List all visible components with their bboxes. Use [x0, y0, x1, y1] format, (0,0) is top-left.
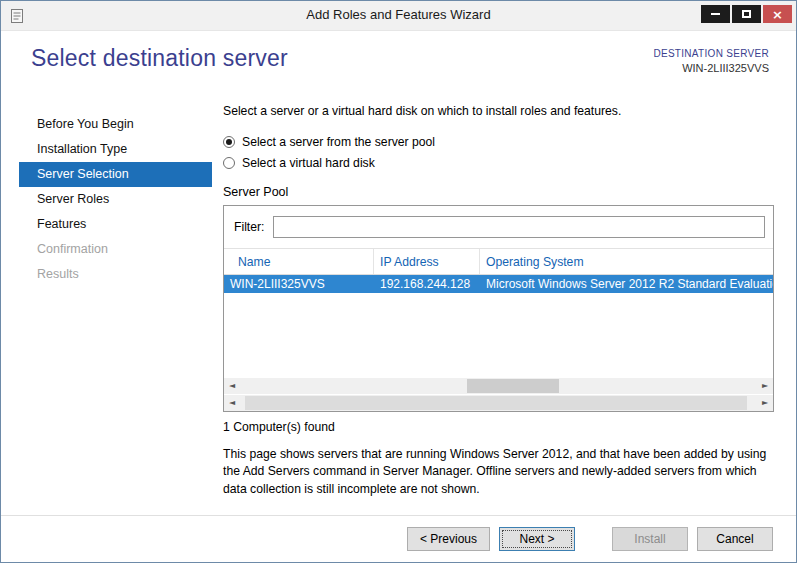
scrollbar-thumb[interactable]	[245, 396, 746, 410]
install-button: Install	[612, 527, 688, 551]
server-list-horizontal-scrollbar[interactable]: ◄ ►	[224, 378, 773, 394]
wizard-footer: < Previous Next > Install Cancel	[1, 515, 796, 562]
page-content: Select a server or a virtual hard disk o…	[223, 104, 774, 510]
filter-label: Filter:	[234, 220, 264, 234]
server-pool-heading: Server Pool	[223, 185, 774, 199]
scrollbar-track[interactable]	[240, 395, 757, 411]
page-title: Select destination server	[31, 45, 288, 72]
window-title: Add Roles and Features Wizard	[1, 1, 796, 31]
sidebar-item-server-selection[interactable]: Server Selection	[19, 162, 212, 187]
title-bar: Add Roles and Features Wizard ×	[1, 1, 796, 31]
scroll-right-icon[interactable]: ►	[757, 378, 773, 394]
scroll-right-icon[interactable]: ►	[757, 395, 773, 411]
filter-input[interactable]	[273, 216, 765, 238]
scrollbar-thumb[interactable]	[467, 379, 559, 393]
radio-label: Select a virtual hard disk	[242, 156, 375, 170]
minimize-button[interactable]	[701, 5, 730, 23]
filter-row: Filter:	[224, 206, 773, 249]
intro-text: Select a server or a virtual hard disk o…	[223, 104, 774, 118]
sidebar-item-before-you-begin[interactable]: Before You Begin	[19, 112, 212, 137]
column-header-operating-system[interactable]: Operating System	[480, 249, 773, 274]
scroll-left-icon[interactable]: ◄	[224, 378, 240, 394]
destination-server-label: DESTINATION SERVER	[653, 48, 769, 59]
maximize-icon	[742, 10, 751, 18]
next-button[interactable]: Next >	[499, 527, 575, 551]
close-button[interactable]: ×	[763, 5, 792, 23]
wizard-window: Add Roles and Features Wizard × Select d…	[0, 0, 797, 563]
window-controls: ×	[701, 5, 792, 23]
server-ip-cell: 192.168.244.128	[374, 277, 480, 291]
sidebar-item-confirmation: Confirmation	[19, 237, 212, 262]
server-row[interactable]: WIN-2LIII325VVS 192.168.244.128 Microsof…	[224, 275, 773, 293]
column-header-name[interactable]: Name	[224, 249, 374, 274]
sidebar-item-server-roles[interactable]: Server Roles	[19, 187, 212, 212]
destination-server-info: DESTINATION SERVER WIN-2LIII325VVS	[653, 48, 769, 74]
server-os-cell: Microsoft Windows Server 2012 R2 Standar…	[480, 277, 773, 291]
server-pool-panel: Filter: Name IP Address Operating System…	[223, 205, 774, 412]
column-header-ip-address[interactable]: IP Address	[374, 249, 480, 274]
panel-horizontal-scrollbar[interactable]: ◄ ►	[224, 395, 773, 411]
page-description: This page shows servers that are running…	[223, 446, 774, 498]
cancel-button[interactable]: Cancel	[697, 527, 773, 551]
close-icon: ×	[772, 8, 783, 21]
computers-found-text: 1 Computer(s) found	[223, 420, 774, 434]
sidebar-item-features[interactable]: Features	[19, 212, 212, 237]
radio-label: Select a server from the server pool	[242, 135, 435, 149]
sidebar-item-results: Results	[19, 262, 212, 287]
scroll-left-icon[interactable]: ◄	[224, 395, 240, 411]
sidebar-item-installation-type[interactable]: Installation Type	[19, 137, 212, 162]
radio-icon	[223, 157, 235, 169]
server-table-header: Name IP Address Operating System	[224, 249, 773, 275]
radio-select-virtual-hard-disk[interactable]: Select a virtual hard disk	[223, 156, 774, 170]
destination-server-name: WIN-2LIII325VVS	[653, 62, 769, 74]
minimize-icon	[711, 13, 720, 15]
wizard-steps-nav: Before You Begin Installation Type Serve…	[19, 112, 212, 287]
server-name-cell: WIN-2LIII325VVS	[224, 277, 374, 291]
radio-icon	[223, 136, 235, 148]
maximize-button[interactable]	[732, 5, 761, 23]
previous-button[interactable]: < Previous	[407, 527, 490, 551]
scrollbar-track[interactable]	[240, 378, 757, 394]
radio-select-server-from-pool[interactable]: Select a server from the server pool	[223, 135, 774, 149]
